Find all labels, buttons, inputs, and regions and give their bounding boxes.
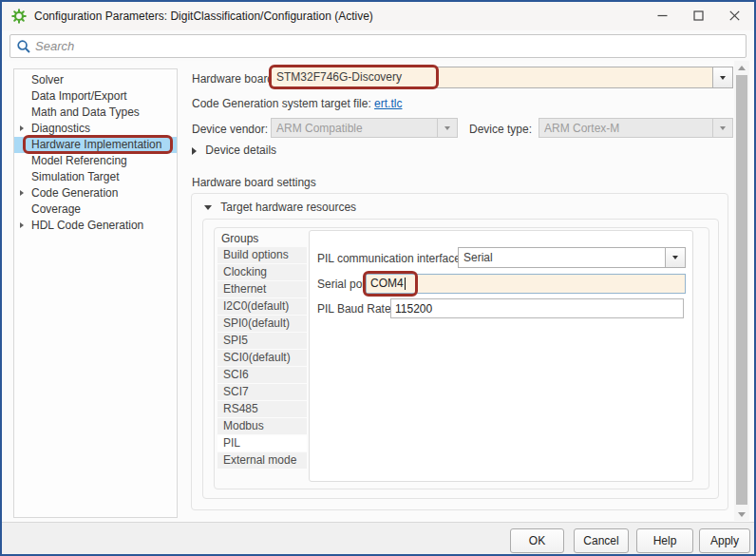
search-input[interactable] bbox=[35, 36, 742, 56]
device-vendor-dropdown: ARM Compatible bbox=[271, 118, 458, 138]
arrow-up-icon bbox=[738, 66, 746, 70]
cancel-button[interactable]: Cancel bbox=[574, 528, 629, 553]
maximize-icon bbox=[693, 10, 704, 21]
device-details-label: Device details bbox=[205, 144, 276, 157]
minimize-icon bbox=[657, 10, 668, 21]
search-field-frame bbox=[9, 34, 747, 58]
sidebar-item-diagnostics[interactable]: Diagnostics bbox=[14, 121, 177, 137]
group-item-sci0[interactable]: SCI0(default) bbox=[217, 350, 307, 366]
scroll-down-button[interactable] bbox=[734, 508, 749, 521]
group-item-sci6[interactable]: SCI6 bbox=[217, 367, 307, 383]
search-icon bbox=[16, 39, 31, 54]
sidebar-item-label: Solver bbox=[31, 73, 64, 86]
group-item-spi0[interactable]: SPI0(default) bbox=[217, 316, 307, 332]
group-item-rs485[interactable]: RS485 bbox=[217, 401, 307, 417]
vertical-scrollbar bbox=[734, 61, 749, 521]
group-item-spi5[interactable]: SPI5 bbox=[217, 333, 307, 349]
device-type-dropdown: ARM Cortex-M bbox=[539, 118, 733, 138]
expand-arrow-icon[interactable] bbox=[20, 190, 24, 196]
ok-button[interactable]: OK bbox=[510, 528, 564, 553]
sidebar-item-label: Diagnostics bbox=[31, 122, 90, 135]
sidebar-item-math-and-data-types[interactable]: Math and Data Types bbox=[14, 105, 177, 121]
sidebar-item-model-referencing[interactable]: Model Referencing bbox=[14, 153, 177, 169]
device-vendor-label: Device vendor: bbox=[192, 123, 268, 136]
serial-port-label: Serial port: bbox=[317, 278, 372, 291]
scroll-up-button[interactable] bbox=[734, 61, 749, 74]
minimize-button[interactable] bbox=[644, 2, 680, 29]
help-button[interactable]: Help bbox=[636, 528, 693, 553]
chevron-down-icon[interactable] bbox=[712, 67, 732, 87]
chevron-down-icon bbox=[437, 119, 457, 137]
target-file-row: Code Generation system target file: ert.… bbox=[192, 97, 402, 110]
sidebar-item-label: Hardware Implementation bbox=[31, 138, 161, 151]
serial-port-value: COM4 bbox=[370, 277, 404, 290]
sidebar-item-label: Model Referencing bbox=[31, 154, 127, 167]
sidebar-item-label: Simulation Target bbox=[31, 170, 120, 183]
chevron-down-icon bbox=[712, 119, 732, 137]
group-item-i2c0[interactable]: I2C0(default) bbox=[217, 298, 307, 315]
group-item-sci7[interactable]: SCI7 bbox=[217, 384, 307, 400]
sidebar-item-label: Coverage bbox=[31, 202, 81, 216]
footer-bar: OK Cancel Help Apply bbox=[2, 522, 754, 554]
text-cursor bbox=[405, 278, 406, 290]
sidebar-item-solver[interactable]: Solver bbox=[14, 72, 177, 88]
expand-arrow-icon[interactable] bbox=[20, 125, 24, 131]
group-item-modbus[interactable]: Modbus bbox=[217, 418, 307, 434]
close-button[interactable] bbox=[716, 2, 752, 29]
pil-interface-label: PIL communication interface: bbox=[317, 252, 463, 265]
close-icon bbox=[729, 10, 740, 21]
serial-port-input[interactable]: COM4 bbox=[366, 274, 686, 294]
search-bar bbox=[2, 30, 754, 61]
target-file-label: Code Generation system target file: bbox=[192, 97, 371, 110]
pil-baud-rate-field-frame bbox=[390, 298, 684, 318]
expand-arrow-icon[interactable] bbox=[20, 222, 24, 228]
pil-interface-dropdown[interactable]: Serial bbox=[458, 247, 686, 268]
group-item-build-options[interactable]: Build options bbox=[217, 247, 307, 263]
pil-baud-rate-label: PIL Baud Rate: bbox=[317, 302, 394, 316]
target-hardware-resources-expander[interactable]: Target hardware resources bbox=[204, 201, 356, 214]
chevron-down-icon[interactable] bbox=[665, 248, 685, 267]
scrollbar-thumb[interactable] bbox=[736, 75, 747, 505]
sidebar-item-label: Code Generation bbox=[31, 186, 118, 200]
sidebar-item-simulation-target[interactable]: Simulation Target bbox=[14, 169, 177, 185]
device-vendor-value: ARM Compatible bbox=[276, 119, 436, 139]
configuration-parameters-dialog: Configuration Parameters: DigitClassific… bbox=[0, 0, 756, 556]
groups-heading: Groups bbox=[221, 232, 258, 245]
collapse-arrow-icon bbox=[204, 205, 212, 210]
device-type-value: ARM Cortex-M bbox=[544, 119, 711, 139]
expand-arrow-icon bbox=[192, 147, 197, 155]
hardware-board-label: Hardware board: bbox=[192, 72, 276, 86]
sidebar-item-label: Math and Data Types bbox=[31, 105, 140, 119]
titlebar: Configuration Parameters: DigitClassific… bbox=[2, 2, 754, 30]
sidebar-item-hdl-code-generation[interactable]: HDL Code Generation bbox=[14, 218, 177, 234]
maximize-button[interactable] bbox=[680, 2, 716, 29]
target-hardware-resources-label: Target hardware resources bbox=[220, 201, 356, 214]
sidebar-item-data-import-export[interactable]: Data Import/Export bbox=[14, 88, 177, 105]
config-gear-icon bbox=[11, 9, 27, 24]
group-item-clocking[interactable]: Clocking bbox=[217, 264, 307, 280]
pil-interface-value: Serial bbox=[463, 248, 664, 268]
group-item-external-mode[interactable]: External mode bbox=[217, 452, 307, 469]
pil-baud-rate-input[interactable] bbox=[395, 299, 683, 317]
sidebar-item-hardware-implementation[interactable]: Hardware Implementation bbox=[14, 137, 177, 153]
hardware-board-dropdown[interactable]: STM32F746G-Discovery bbox=[271, 67, 733, 88]
window-title: Configuration Parameters: DigitClassific… bbox=[34, 10, 373, 23]
sidebar-item-label: Data Import/Export bbox=[31, 89, 127, 103]
target-file-link[interactable]: ert.tlc bbox=[374, 97, 402, 110]
group-item-pil[interactable]: PIL bbox=[217, 435, 307, 451]
hardware-board-settings-heading: Hardware board settings bbox=[192, 176, 316, 189]
sidebar-item-coverage[interactable]: Coverage bbox=[14, 201, 177, 218]
hardware-board-value: STM32F746G-Discovery bbox=[276, 67, 711, 87]
sidebar-tree: Solver Data Import/Export Math and Data … bbox=[13, 68, 178, 518]
sidebar-item-label: HDL Code Generation bbox=[31, 219, 143, 232]
sidebar-item-code-generation[interactable]: Code Generation bbox=[14, 185, 177, 201]
group-item-ethernet[interactable]: Ethernet bbox=[217, 281, 307, 297]
apply-button[interactable]: Apply bbox=[699, 528, 750, 553]
window-controls bbox=[644, 2, 752, 30]
device-type-label: Device type: bbox=[469, 123, 532, 136]
groups-list: Build options Clocking Ethernet I2C0(def… bbox=[217, 247, 307, 470]
device-details-expander[interactable]: Device details bbox=[192, 144, 276, 157]
arrow-down-icon bbox=[738, 512, 746, 517]
